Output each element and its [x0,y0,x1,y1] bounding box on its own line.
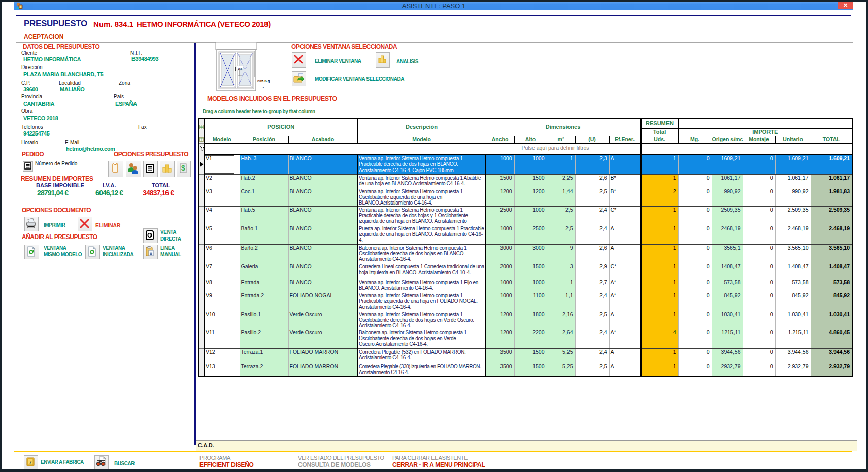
svg-text:235 Kg: 235 Kg [257,79,270,83]
svg-text:155: 155 [237,67,243,70]
svg-text:$: $ [181,164,185,172]
svg-text:▾: ▾ [262,86,264,89]
svg-text:7: 7 [29,460,31,465]
